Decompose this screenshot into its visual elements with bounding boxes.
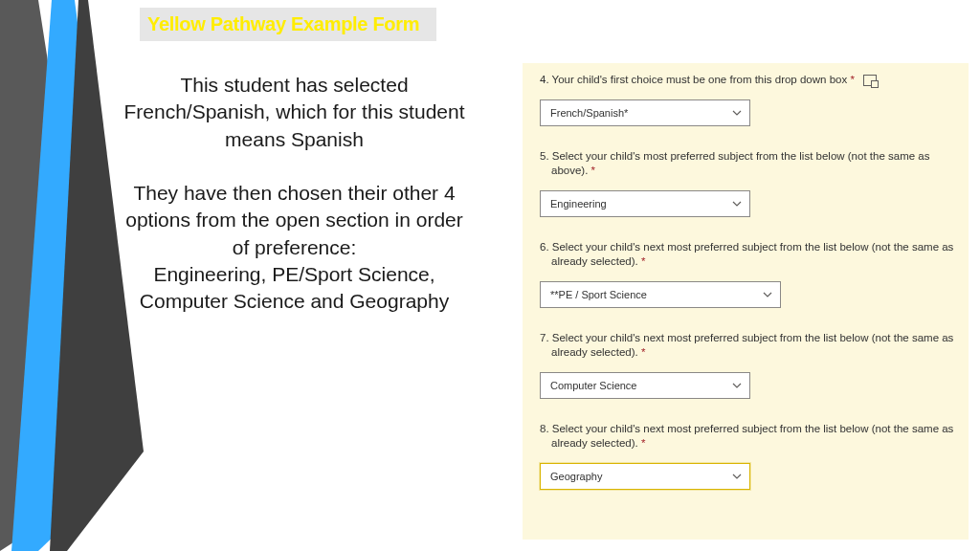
example-form-panel: 4. Your child's first choice must be one… — [523, 63, 969, 540]
question-7-text: Select your child's next most preferred … — [551, 332, 953, 359]
question-6-text: Select your child's next most preferred … — [551, 241, 953, 268]
slide-title: Yellow Pathway Example Form — [147, 13, 419, 35]
chevron-down-icon — [732, 199, 742, 209]
required-asterisk: * — [591, 165, 595, 176]
slide-title-box: Yellow Pathway Example Form — [140, 8, 436, 41]
question-5-text: Select your child's most preferred subje… — [551, 150, 929, 177]
question-6-number: 6. — [540, 241, 549, 253]
dropdown-q7[interactable]: Computer Science — [540, 372, 750, 399]
slide-body: This student has selected French/Spanish… — [120, 72, 469, 342]
question-4-label: 4. Your child's first choice must be one… — [540, 73, 959, 88]
dropdown-q8[interactable]: Geography — [540, 463, 750, 490]
question-8-number: 8. — [540, 423, 549, 434]
svg-marker-0 — [0, 0, 113, 551]
dropdown-q8-value: Geography — [550, 471, 602, 482]
dropdown-q6-value: **PE / Sport Science — [550, 289, 647, 300]
chevron-down-icon — [763, 290, 772, 299]
dropdown-q5[interactable]: Engineering — [540, 190, 750, 217]
question-8-text: Select your child's next most preferred … — [551, 423, 953, 450]
question-8: 8. Select your child's next most preferr… — [540, 422, 959, 490]
question-5-label: 5. Select your child's most preferred su… — [540, 149, 959, 179]
dropdown-q6[interactable]: **PE / Sport Science — [540, 281, 781, 308]
question-7: 7. Select your child's next most preferr… — [540, 331, 959, 399]
body-paragraph-3: Engineering, PE/Sport Science, Computer … — [120, 261, 469, 316]
dropdown-q4-value: French/Spanish* — [550, 107, 628, 119]
chevron-down-icon — [732, 108, 742, 118]
immersive-reader-icon[interactable] — [863, 75, 877, 86]
question-8-label: 8. Select your child's next most preferr… — [540, 422, 959, 452]
question-7-number: 7. — [540, 332, 549, 343]
question-5-number: 5. — [540, 150, 549, 162]
dropdown-q7-value: Computer Science — [550, 380, 637, 391]
body-paragraph-2: They have then chosen their other 4 opti… — [120, 180, 469, 261]
dropdown-q5-value: Engineering — [550, 198, 607, 209]
svg-marker-1 — [11, 0, 134, 551]
required-asterisk: * — [641, 437, 645, 449]
question-4-text: Your child's first choice must be one fr… — [552, 74, 851, 85]
chevron-down-icon — [732, 472, 742, 481]
question-4: 4. Your child's first choice must be one… — [540, 73, 959, 126]
chevron-down-icon — [732, 381, 742, 390]
question-5: 5. Select your child's most preferred su… — [540, 149, 959, 217]
body-paragraph-1: This student has selected French/Spanish… — [120, 72, 469, 153]
required-asterisk: * — [641, 346, 645, 358]
question-6: 6. Select your child's next most preferr… — [540, 240, 959, 308]
required-asterisk: * — [641, 255, 645, 267]
dropdown-q4[interactable]: French/Spanish* — [540, 99, 750, 126]
question-4-number: 4. — [540, 74, 549, 85]
question-6-label: 6. Select your child's next most preferr… — [540, 240, 959, 270]
question-7-label: 7. Select your child's next most preferr… — [540, 331, 959, 361]
required-asterisk: * — [850, 74, 854, 85]
